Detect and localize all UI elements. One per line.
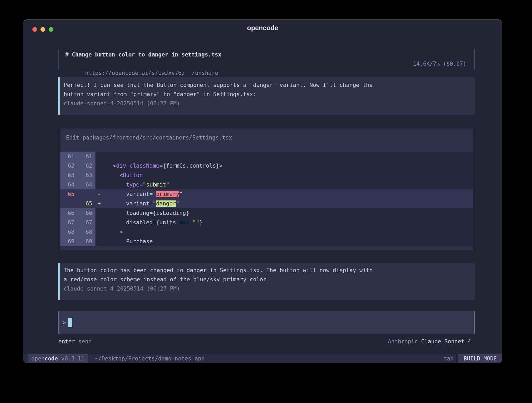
diff-sign: - xyxy=(95,189,103,199)
diff-row-context: 6767 disabled={units === ""} xyxy=(60,218,473,227)
code-token: danger xyxy=(156,200,176,207)
code-token: = xyxy=(149,210,153,216)
diff-code-line: disabled={units === ""} xyxy=(103,218,473,227)
prompt-caret: > xyxy=(63,319,66,326)
diff-row-context: 6161 xyxy=(60,152,473,161)
token-usage: 14.6K/7% ($0.07) xyxy=(413,59,466,69)
code-token xyxy=(106,182,126,188)
code-token: variant xyxy=(106,200,149,207)
diff-row-added: 65+ variant="danger" xyxy=(60,199,473,208)
diff-new-lineno: 61 xyxy=(78,152,95,161)
app-version: v0.3.11 xyxy=(58,355,84,362)
diff-sign xyxy=(95,237,103,246)
diff-row-context: 6666 loading={isLoading} xyxy=(60,208,473,218)
statusbar-divider xyxy=(456,354,458,363)
diff-sign xyxy=(95,227,103,237)
code-token: "submit" xyxy=(143,182,169,188)
diff-new-lineno: 63 xyxy=(78,170,95,180)
mode-badge[interactable]: BUILD MODE xyxy=(458,354,502,363)
diff-new-lineno: 64 xyxy=(78,180,95,189)
diff-sign xyxy=(95,170,103,180)
assistant-message: The button color has been changed to dan… xyxy=(58,263,475,300)
diff-old-lineno: 66 xyxy=(60,208,78,218)
model-indicator: AnthropicClaude Sonnet 4 xyxy=(388,338,475,345)
code-token: primary xyxy=(156,191,180,197)
code-token: = xyxy=(159,163,163,169)
edit-tool-card: Edit packages/frontend/src/containers/Se… xyxy=(58,128,475,250)
code-token xyxy=(106,229,120,235)
assistant-message: Perfect! I can see that the Button compo… xyxy=(58,77,475,115)
diff-row-context: 6262 <div className={formCs.controls}> xyxy=(60,161,473,170)
message-meta: claude-sonnet-4-20250514 (06:27 PM) xyxy=(64,284,475,293)
hint-row: entersend AnthropicClaude Sonnet 4 xyxy=(58,338,475,345)
code-token: {units xyxy=(156,219,180,226)
diff-code-line: <Button xyxy=(103,170,473,180)
diff-old-lineno: 67 xyxy=(60,218,78,227)
diff-row-context: 6363 <Button xyxy=(60,170,473,180)
code-token: } xyxy=(199,219,203,226)
code-token: variant xyxy=(106,191,149,197)
brand-open: open xyxy=(31,355,45,362)
code-token: className xyxy=(130,163,160,169)
code-token: type xyxy=(126,182,140,188)
code-token: div xyxy=(116,163,126,169)
diff-sign xyxy=(95,218,103,227)
diff-view: 61616262 <div className={formCs.controls… xyxy=(60,152,473,246)
diff-row-removed: 65- variant="primary" xyxy=(60,189,473,199)
message-meta: claude-sonnet-4-20250514 (06:27 PM) xyxy=(64,99,475,108)
diff-new-lineno: 62 xyxy=(78,161,95,170)
diff-row-context: 6868 > xyxy=(60,227,473,237)
brand-code: code xyxy=(45,355,58,362)
message-body: Perfect! I can see that the Button compo… xyxy=(64,81,475,99)
diff-code-line: <div className={formCs.controls}> xyxy=(103,161,473,170)
window-title: opencode xyxy=(23,20,502,36)
diff-new-lineno: 68 xyxy=(78,227,95,237)
code-token xyxy=(126,163,130,169)
enter-key-hint: enter xyxy=(58,338,75,345)
message-line: a red/rose color scheme instead of the b… xyxy=(64,275,475,284)
message-line: button variant from "primary" to "danger… xyxy=(64,90,475,99)
diff-old-lineno: 64 xyxy=(60,180,78,189)
diff-old-lineno xyxy=(60,199,78,208)
diff-code-line: type="submit" xyxy=(103,180,473,189)
opencode-window: opencode # Change button color to danger… xyxy=(23,19,502,363)
diff-sign: + xyxy=(95,199,103,208)
diff-new-lineno: 66 xyxy=(78,208,95,218)
diff-new-lineno: 67 xyxy=(78,218,95,227)
diff-old-lineno: 69 xyxy=(60,237,78,246)
code-token: > xyxy=(120,229,123,235)
share-url: https://opencode.ai/s/UwJxv76z xyxy=(85,70,185,76)
code-token xyxy=(189,219,193,226)
diff-new-lineno: 69 xyxy=(78,237,95,246)
message-line: The button color has been changed to dan… xyxy=(64,266,475,275)
code-token: "" xyxy=(193,219,199,226)
code-token: " xyxy=(176,200,180,207)
diff-new-lineno xyxy=(78,189,95,199)
session-title: # Change button color to danger in setti… xyxy=(65,50,466,59)
diff-old-lineno: 62 xyxy=(60,161,78,170)
prompt-input[interactable]: > xyxy=(58,311,475,334)
diff-code-line: variant="danger" xyxy=(103,199,473,208)
diff-row-context: 6464 type="submit" xyxy=(60,180,473,189)
status-bar: opencode v0.3.11 ~/Desktop/Projects/demo… xyxy=(23,354,502,363)
unshare-command: /unshare xyxy=(192,70,218,76)
mode-primary: BUILD xyxy=(464,355,480,362)
code-token: disabled xyxy=(106,219,153,226)
code-token: loading xyxy=(106,210,149,216)
titlebar: opencode xyxy=(23,20,502,36)
code-token: " xyxy=(153,191,156,197)
send-action-hint: send xyxy=(78,338,92,345)
code-token: = xyxy=(153,219,156,226)
text-cursor xyxy=(68,318,72,327)
diff-sign xyxy=(95,161,103,170)
diff-code-line: > xyxy=(103,227,473,237)
code-token: = xyxy=(149,200,153,207)
mode-secondary: MODE xyxy=(480,355,497,362)
diff-sign xyxy=(95,180,103,189)
code-token: === xyxy=(179,219,189,226)
diff-code-line: Purchase xyxy=(103,237,473,246)
message-body: The button color has been changed to dan… xyxy=(64,266,475,284)
code-token: < xyxy=(106,172,123,178)
tab-key-hint[interactable]: tab xyxy=(444,354,454,363)
diff-code-line: variant="primary" xyxy=(103,189,473,199)
